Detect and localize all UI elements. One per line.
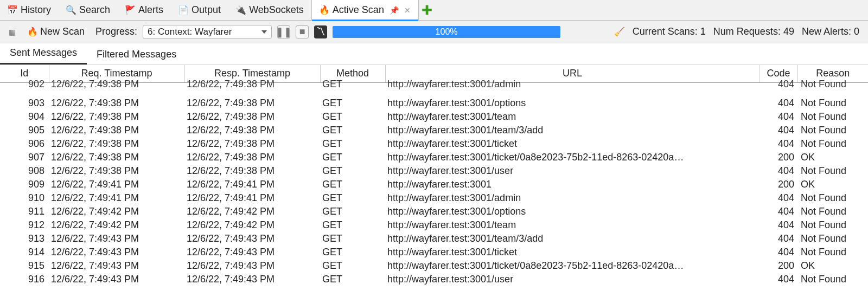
cell-resp: 12/6/22, 7:49:38 PM [184,96,320,110]
table-row[interactable]: 91112/6/22, 7:49:42 PM12/6/22, 7:49:42 P… [0,205,868,218]
table-row[interactable]: 90212/6/22, 7:49:38 PM12/6/22, 7:49:38 P… [0,82,868,96]
progress-select[interactable]: 6: Context: Wayfarer [143,25,272,39]
cell-req: 12/6/22, 7:49:41 PM [49,191,184,205]
cell-req: 12/6/22, 7:49:38 PM [49,164,184,178]
cell-url: http://wayfarer.test:3001/team/3/add [385,124,760,137]
table-row[interactable]: 90712/6/22, 7:49:38 PM12/6/22, 7:49:38 P… [0,151,868,164]
cell-resp: 12/6/22, 7:49:41 PM [184,178,320,191]
cell-method: GET [320,259,385,273]
cell-method: GET [320,205,385,218]
cell-resp: 12/6/22, 7:49:38 PM [184,137,320,151]
cell-reason: Not Found [797,77,868,91]
cell-reason: Not Found [797,137,868,151]
cell-code: 404 [760,246,797,259]
cell-req: 12/6/22, 7:49:42 PM [49,205,184,218]
close-icon[interactable]: ✕ [404,6,411,15]
cell-code: 200 [760,151,797,164]
subtab-filtered-messages[interactable]: Filtered Messages [87,44,186,64]
tab-alerts[interactable]: 🚩 Alerts [118,0,171,20]
cell-req: 12/6/22, 7:49:43 PM [49,273,184,286]
messages-table: Id Req. Timestamp Resp. Timestamp Method… [0,65,868,286]
cell-code: 404 [760,191,797,205]
cell-method: GET [320,124,385,137]
settings-button[interactable]: ▦ [4,24,20,40]
pause-button[interactable]: ❚❚ [277,25,290,38]
tab-websockets[interactable]: 🔌 WebSockets [228,0,311,20]
cell-url: http://wayfarer.test:3001/user [385,164,760,178]
cell-resp: 12/6/22, 7:49:38 PM [184,151,320,164]
cell-url: http://wayfarer.test:3001/options [385,96,760,110]
tab-label: Output [192,4,221,16]
cell-id: 913 [0,232,49,246]
cell-id: 903 [0,96,49,110]
cell-method: GET [320,218,385,232]
cell-code: 404 [760,273,797,286]
tab-active-scan[interactable]: 🔥 Active Scan 📌 ✕ [311,0,419,20]
cell-req: 12/6/22, 7:49:38 PM [49,110,184,124]
cell-id: 902 [0,77,49,91]
tab-label: Search [79,4,110,16]
table-row[interactable]: 90912/6/22, 7:49:41 PM12/6/22, 7:49:41 P… [0,178,868,191]
cell-resp: 12/6/22, 7:49:43 PM [184,273,320,286]
cell-url: http://wayfarer.test:3001/ticket [385,137,760,151]
plug-icon: 🔌 [236,5,246,15]
cell-id: 910 [0,191,49,205]
cell-code: 404 [760,137,797,151]
new-scan-button[interactable]: 🔥 New Scan [25,25,87,38]
subtab-sent-messages[interactable]: Sent Messages [0,43,87,64]
grid-icon: ▦ [9,28,16,36]
cell-resp: 12/6/22, 7:49:43 PM [184,259,320,273]
cell-url: http://wayfarer.test:3001/user [385,273,760,286]
cell-reason: Not Found [797,124,868,137]
broom-icon[interactable]: 🧹 [614,27,625,37]
progress-selected: 6: Context: Wayfarer [148,27,232,37]
cell-reason: Not Found [797,164,868,178]
num-requests: Num Requests: 49 [713,26,794,37]
cell-resp: 12/6/22, 7:49:43 PM [184,232,320,246]
table-row[interactable]: 91612/6/22, 7:49:43 PM12/6/22, 7:49:43 P… [0,273,868,286]
current-scans: Current Scans: 1 [633,26,706,37]
cell-code: 404 [760,110,797,124]
tab-label: Alerts [138,4,163,16]
cell-reason: OK [797,259,868,273]
cell-url: http://wayfarer.test:3001/team [385,218,760,232]
cell-code: 200 [760,259,797,273]
cell-code: 404 [760,96,797,110]
cell-resp: 12/6/22, 7:49:41 PM [184,191,320,205]
table-row[interactable]: 90812/6/22, 7:49:38 PM12/6/22, 7:49:38 P… [0,164,868,178]
table-row[interactable]: 90412/6/22, 7:49:38 PM12/6/22, 7:49:38 P… [0,110,868,124]
cell-id: 904 [0,110,49,124]
pin-icon[interactable]: 📌 [390,6,399,15]
message-subtabs: Sent Messages Filtered Messages [0,43,868,65]
cell-resp: 12/6/22, 7:49:38 PM [184,124,320,137]
tab-output[interactable]: 📄 Output [171,0,228,20]
table-row[interactable]: 90312/6/22, 7:49:38 PM12/6/22, 7:49:38 P… [0,96,868,110]
table-row[interactable]: 91012/6/22, 7:49:41 PM12/6/22, 7:49:41 P… [0,191,868,205]
pause-icon: ❚❚ [276,26,292,38]
stop-button[interactable]: ■ [296,25,309,38]
table-row[interactable]: 91212/6/22, 7:49:42 PM12/6/22, 7:49:42 P… [0,218,868,232]
cell-req: 12/6/22, 7:49:43 PM [49,232,184,246]
cell-url: http://wayfarer.test:3001/ticket/0a8e202… [385,151,760,164]
tab-label: Active Scan [333,4,384,16]
cell-method: GET [320,96,385,110]
cell-code: 404 [760,124,797,137]
table-row[interactable]: 91512/6/22, 7:49:43 PM12/6/22, 7:49:43 P… [0,259,868,273]
add-tab-button[interactable]: ✚ [419,3,435,18]
tab-history[interactable]: 📅 History [0,0,59,20]
scan-toolbar: ▦ 🔥 New Scan Progress: 6: Context: Wayfa… [0,21,868,43]
table-row[interactable]: 91412/6/22, 7:49:43 PM12/6/22, 7:49:43 P… [0,246,868,259]
cell-reason: Not Found [797,218,868,232]
chart-button[interactable]: 〽 [314,25,327,38]
cell-id: 915 [0,259,49,273]
cell-method: GET [320,178,385,191]
progress-pct: 100% [436,27,458,37]
cell-reason: Not Found [797,96,868,110]
cell-id: 916 [0,273,49,286]
tab-search[interactable]: 🔍 Search [59,0,118,20]
cell-req: 12/6/22, 7:49:38 PM [49,151,184,164]
table-row[interactable]: 91312/6/22, 7:49:43 PM12/6/22, 7:49:43 P… [0,232,868,246]
table-row[interactable]: 90612/6/22, 7:49:38 PM12/6/22, 7:49:38 P… [0,137,868,151]
cell-reason: Not Found [797,273,868,286]
table-row[interactable]: 90512/6/22, 7:49:38 PM12/6/22, 7:49:38 P… [0,124,868,137]
